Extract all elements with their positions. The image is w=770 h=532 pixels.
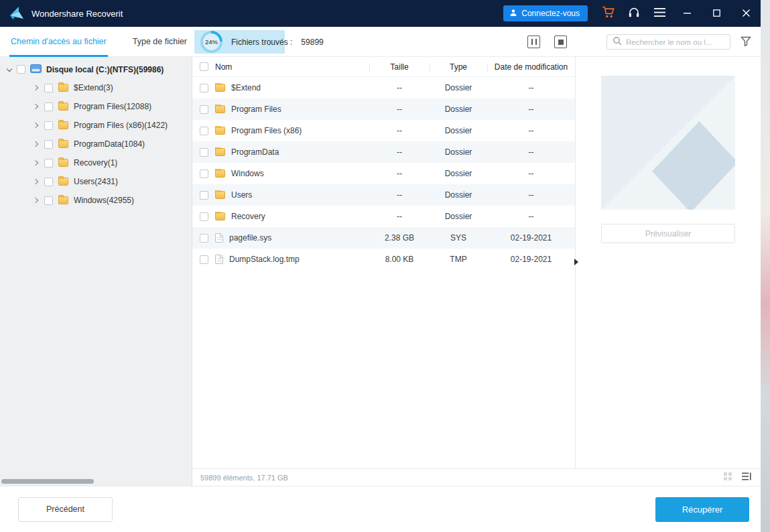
table-row[interactable]: DumpStack.log.tmp 8.00 KB TMP 02-19-2021 [192, 249, 575, 270]
row-checkbox[interactable] [200, 170, 208, 178]
tree-item-checkbox[interactable] [44, 103, 53, 111]
preview-button[interactable]: Prévisualiser [601, 224, 735, 243]
file-table-body: $Extend -- Dossier -- Program Files -- D… [192, 77, 575, 270]
list-view-icon [742, 472, 751, 482]
chevron-right-icon[interactable] [34, 198, 39, 203]
column-header-name[interactable]: Nom [215, 62, 369, 72]
pause-scan-button[interactable] [527, 36, 540, 48]
table-row[interactable]: Program Files -- Dossier -- [192, 98, 575, 120]
table-empty-space [192, 270, 575, 468]
main-content: Disque local (C:)(NTFS)(59986) $Extend(3… [0, 57, 761, 486]
minimize-button[interactable] [672, 0, 702, 27]
maximize-button[interactable] [702, 0, 731, 27]
row-checkbox[interactable] [200, 105, 208, 114]
scan-progress: 24% Fichiers trouvés : 59899 [194, 27, 324, 57]
folder-icon [215, 127, 225, 135]
store-cart-button[interactable] [596, 0, 621, 27]
chevron-down-icon[interactable] [7, 67, 12, 72]
close-button[interactable] [731, 0, 761, 27]
file-size: 2.38 GB [369, 233, 430, 243]
file-table-header: Nom Taille Type Date de modification [192, 57, 575, 77]
row-checkbox[interactable] [200, 84, 208, 92]
folder-icon [215, 84, 225, 92]
search-box[interactable] [606, 34, 730, 50]
files-found-count: 59899 [301, 38, 323, 47]
table-row[interactable]: Program Files (x86) -- Dossier -- [192, 120, 575, 141]
chevron-right-icon[interactable] [34, 85, 39, 90]
tree-item[interactable]: Windows(42955) [0, 191, 192, 210]
table-row[interactable]: pagefile.sys 2.38 GB SYS 02-19-2021 [192, 227, 575, 249]
collapse-panel-arrow-icon[interactable] [574, 259, 578, 265]
results-upper: Nom Taille Type Date de modification $Ex… [192, 57, 761, 468]
chevron-right-icon[interactable] [34, 179, 39, 184]
file-name: ProgramData [231, 147, 279, 157]
file-type: Dossier [430, 190, 487, 200]
login-button[interactable]: Connectez-vous [503, 5, 588, 21]
column-header-size[interactable]: Taille [369, 62, 430, 72]
table-row[interactable]: $Extend -- Dossier -- [192, 77, 575, 98]
thumbnail-view-button[interactable] [724, 472, 732, 482]
file-type: Dossier [430, 105, 487, 114]
folder-icon [215, 105, 225, 113]
file-type: SYS [430, 233, 487, 243]
tree-item[interactable]: ProgramData(1084) [0, 135, 192, 153]
tree-item-checkbox[interactable] [44, 178, 53, 186]
tree-item[interactable]: Program Files(12088) [0, 97, 192, 116]
column-header-date[interactable]: Date de modification [487, 62, 575, 72]
file-size: -- [369, 83, 430, 92]
support-button[interactable] [621, 0, 647, 27]
list-view-button[interactable] [742, 472, 751, 482]
row-checkbox[interactable] [200, 127, 208, 135]
table-row[interactable]: ProgramData -- Dossier -- [192, 141, 575, 163]
folder-icon [58, 140, 68, 148]
select-all-checkbox[interactable] [200, 62, 208, 71]
row-checkbox[interactable] [200, 191, 208, 200]
table-row[interactable]: Recovery -- Dossier -- [192, 206, 575, 227]
chevron-right-icon[interactable] [34, 123, 39, 128]
file-size: -- [369, 105, 430, 114]
cart-icon [602, 6, 616, 21]
previous-button[interactable]: Précédent [18, 497, 113, 522]
tree-item[interactable]: Recovery(1) [0, 153, 192, 172]
row-checkbox[interactable] [200, 148, 208, 157]
tree-root-drive[interactable]: Disque local (C:)(NTFS)(59986) [0, 60, 192, 78]
tree-root-label: Disque local (C:)(NTFS)(59986) [46, 65, 164, 74]
tree-item[interactable]: $Extend(3) [0, 78, 192, 97]
menu-button[interactable] [647, 0, 672, 27]
chevron-right-icon[interactable] [34, 160, 39, 165]
filter-button[interactable] [739, 36, 753, 48]
column-header-type[interactable]: Type [430, 62, 487, 72]
file-date: -- [487, 105, 575, 114]
chevron-right-icon[interactable] [34, 104, 39, 109]
preview-placeholder-image [601, 76, 735, 210]
file-type: TMP [430, 255, 487, 264]
recover-button[interactable]: Récupérer [655, 497, 749, 522]
tree-item-checkbox[interactable] [44, 159, 53, 168]
minimize-icon [684, 9, 691, 19]
row-checkbox[interactable] [200, 234, 208, 243]
file-type: Dossier [430, 83, 487, 92]
tree-item[interactable]: Program Files (x86)(1422) [0, 116, 192, 135]
tree-root-checkbox[interactable] [17, 65, 25, 74]
tree-item[interactable]: Users(2431) [0, 172, 192, 191]
row-checkbox[interactable] [200, 212, 208, 221]
file-date: -- [487, 169, 575, 178]
tree-item-checkbox[interactable] [44, 84, 53, 92]
row-checkbox[interactable] [200, 255, 208, 264]
chevron-right-icon[interactable] [34, 141, 39, 147]
scrollbar-thumb[interactable] [1, 479, 94, 484]
table-row[interactable]: Windows -- Dossier -- [192, 163, 575, 184]
search-input[interactable] [626, 38, 724, 46]
stop-scan-button[interactable] [554, 36, 567, 48]
table-row[interactable]: Users -- Dossier -- [192, 184, 575, 206]
tree-item-checkbox[interactable] [44, 196, 53, 205]
title-bar: Wondershare Recoverit Connectez-vous [0, 0, 761, 27]
file-name: Windows [231, 169, 264, 178]
tab-file-type[interactable]: Type de fichier [131, 27, 188, 57]
tree-item-label: Program Files (x86)(1422) [74, 121, 168, 130]
tree-item-checkbox[interactable] [44, 140, 53, 149]
tab-file-path[interactable]: Chemin d'accès au fichier [9, 27, 108, 57]
folder-icon [58, 178, 68, 186]
tree-item-checkbox[interactable] [44, 121, 53, 130]
scan-progress-ring: 24% [200, 31, 222, 53]
